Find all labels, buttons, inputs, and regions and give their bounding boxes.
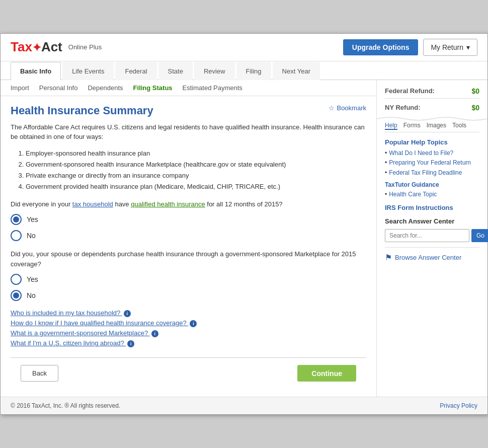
info-icon-4[interactable]: i <box>127 340 134 347</box>
tab-next-year[interactable]: Next Year <box>273 62 320 80</box>
radio-no-1[interactable]: No <box>11 230 366 241</box>
faq-links: Who is included in my tax household? i H… <box>11 309 366 347</box>
radio-label-yes-1: Yes <box>27 215 38 223</box>
faq-link-2[interactable]: How do I know if I have qualified health… <box>11 319 366 327</box>
help-link-healthcare[interactable]: Health Care Topic <box>385 190 479 199</box>
radio-circle-no-2 <box>11 290 22 301</box>
info-icon-2[interactable]: i <box>190 320 197 327</box>
tab-life-events[interactable]: Life Events <box>62 62 114 80</box>
taxtutor-heading: TaxTutor Guidance <box>385 181 479 188</box>
copyright-text: © 2016 TaxAct, Inc. ® All rights reserve… <box>11 402 120 409</box>
tax-household-link[interactable]: tax household <box>72 200 113 208</box>
list-item: Employer-sponsored health insurance plan <box>26 148 366 159</box>
tab-basic-info[interactable]: Basic Info <box>11 62 61 80</box>
header-actions: Upgrade Options My Return ▾ <box>343 39 477 56</box>
logo-bolt: ✦ <box>32 41 41 54</box>
radio-circle-yes-2 <box>11 274 22 285</box>
federal-refund-value: $0 <box>471 87 479 95</box>
browse-answer-center-link[interactable]: ⚑ Browse Answer Center <box>385 247 479 262</box>
radio-yes-2[interactable]: Yes <box>11 274 366 285</box>
sidebar-tabs: Help Forms Images Tools <box>385 122 479 132</box>
upgrade-button[interactable]: Upgrade Options <box>343 39 419 55</box>
tab-state[interactable]: State <box>158 62 193 80</box>
list-item: Private exchange or directly from an ins… <box>26 170 366 181</box>
faq-link-3[interactable]: What is a government-sponsored Marketpla… <box>11 329 366 337</box>
ny-refund-label: NY Refund: <box>385 104 421 111</box>
privacy-policy-link[interactable]: Privacy Policy <box>440 402 477 409</box>
ny-refund-value: $0 <box>471 104 479 112</box>
chevron-down-icon: ▾ <box>466 43 470 51</box>
page-title: Health Insurance Summary <box>11 104 153 117</box>
subnav-estimated-payments[interactable]: Estimated Payments <box>183 84 242 92</box>
radio-label-no-2: No <box>27 291 36 300</box>
radio-no-2[interactable]: No <box>11 290 366 301</box>
help-link-1[interactable]: What Do I Need to File? <box>385 149 479 158</box>
search-heading: Search Answer Center <box>385 217 479 225</box>
question1-text: Did everyone in your tax household have … <box>11 199 366 209</box>
sidebar-tab-tools[interactable]: Tools <box>452 122 466 130</box>
footer: © 2016 TaxAct, Inc. ® All rights reserve… <box>1 397 487 414</box>
logo-act: Act <box>41 39 62 54</box>
info-icon-1[interactable]: i <box>124 310 131 317</box>
continue-button[interactable]: Continue <box>297 365 356 382</box>
browse-icon: ⚑ <box>385 253 392 262</box>
sidebar-tab-forms[interactable]: Forms <box>403 122 421 130</box>
insurance-ways-list: Employer-sponsored health insurance plan… <box>26 148 366 192</box>
faq-link-4[interactable]: What if I'm a U.S. citizen living abroad… <box>11 339 366 347</box>
radio-yes-1[interactable]: Yes <box>11 214 366 225</box>
tab-review[interactable]: Review <box>194 62 235 80</box>
irs-instructions-heading[interactable]: IRS Form Instructions <box>385 204 479 211</box>
radio-group-2: Yes No <box>11 274 366 301</box>
bookmark-button[interactable]: ☆ Bookmark <box>329 104 366 112</box>
tab-federal[interactable]: Federal <box>115 62 156 80</box>
help-link-2[interactable]: Preparing Your Federal Return <box>385 159 479 167</box>
radio-circle-no-1 <box>11 230 22 241</box>
logo: Tax✦Act Online Plus <box>11 39 102 55</box>
star-icon: ☆ <box>329 104 335 112</box>
help-section: Popular Help Topics What Do I Need to Fi… <box>385 138 479 211</box>
tab-filing[interactable]: Filing <box>236 62 271 80</box>
search-section: Search Answer Center Go ⚑ Browse Answer … <box>385 217 479 262</box>
sub-nav: Import Personal Info Dependents Filing S… <box>1 80 376 96</box>
info-icon-3[interactable]: i <box>151 330 158 337</box>
federal-refund-row: Federal Refund: $0 <box>385 87 479 95</box>
subnav-filing-status[interactable]: Filing Status <box>133 84 173 92</box>
bottom-bar: Back Continue <box>11 357 366 389</box>
federal-refund-label: Federal Refund: <box>385 87 435 95</box>
ny-refund-row: NY Refund: $0 <box>385 104 479 112</box>
my-return-button[interactable]: My Return ▾ <box>423 39 477 56</box>
popular-topics-heading: Popular Help Topics <box>385 138 479 146</box>
logo-subtitle: Online Plus <box>68 43 102 51</box>
back-button[interactable]: Back <box>21 365 58 382</box>
radio-label-no-1: No <box>27 232 36 240</box>
list-item: Government-sponsored health insurance Ma… <box>26 159 366 170</box>
sidebar-tab-help[interactable]: Help <box>385 122 397 130</box>
radio-label-yes-2: Yes <box>27 275 38 283</box>
subnav-import[interactable]: Import <box>11 84 29 92</box>
subnav-dependents[interactable]: Dependents <box>88 84 123 92</box>
question2-text: Did you, your spouse or dependents purch… <box>11 249 366 269</box>
search-button[interactable]: Go <box>471 229 488 242</box>
faq-link-1[interactable]: Who is included in my tax household? i <box>11 309 366 317</box>
subnav-personal-info[interactable]: Personal Info <box>39 84 78 92</box>
search-input[interactable] <box>385 229 469 242</box>
main-nav: Basic Info Life Events Federal State Rev… <box>1 61 487 80</box>
sidebar-tab-images[interactable]: Images <box>427 122 446 130</box>
article-intro: The Affordable Care Act requires U.S. ci… <box>11 122 366 142</box>
sidebar: Federal Refund: $0 NY Refund: $0 Help Fo… <box>377 80 487 397</box>
radio-circle-yes-1 <box>11 214 22 225</box>
list-item: Government provided health insurance pla… <box>26 181 366 192</box>
help-link-3[interactable]: Federal Tax Filing Deadline <box>385 169 479 177</box>
logo-tax: Tax <box>11 39 32 54</box>
radio-group-1: Yes No <box>11 214 366 241</box>
qualified-health-link[interactable]: qualified health insurance <box>131 200 205 208</box>
